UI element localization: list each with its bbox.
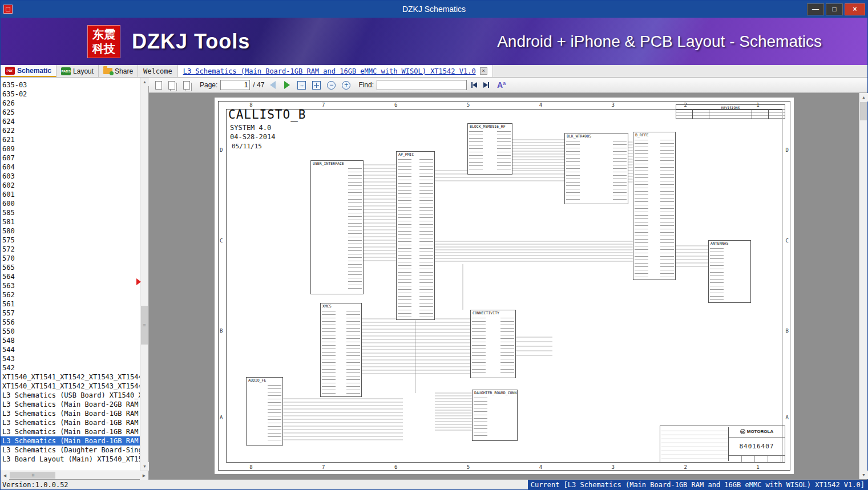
list-item[interactable]: 585 xyxy=(1,208,140,217)
block-daughter-board-conn: DAUGHTER_BOARD_CONN xyxy=(472,390,518,441)
viewer-vscroll-thumb[interactable] xyxy=(860,102,867,120)
facing-pages-icon[interactable] xyxy=(168,81,175,90)
list-item[interactable]: 548 xyxy=(1,336,140,345)
list-item[interactable]: 561 xyxy=(1,299,140,309)
zoom-out-icon[interactable]: − xyxy=(327,81,336,90)
list-item[interactable]: 602 xyxy=(1,181,140,190)
list-item[interactable]: 621 xyxy=(1,135,140,144)
sidebar-vscroll-thumb[interactable]: ≡ xyxy=(141,306,148,345)
previous-page-icon[interactable] xyxy=(270,81,276,89)
find-input[interactable] xyxy=(377,80,467,90)
list-item[interactable]: 601 xyxy=(1,190,140,199)
list-item[interactable]: 543 xyxy=(1,354,140,363)
list-item[interactable]: L3 Schematics (Main Board-1GB RAM and xyxy=(1,409,140,418)
block-rffe: B_RFFE xyxy=(633,132,676,280)
list-item[interactable]: L3 Schematics (Daughter Board-Single S xyxy=(1,446,140,455)
scroll-up-icon[interactable]: ▲ xyxy=(140,78,149,86)
list-item[interactable]: 550 xyxy=(1,327,140,336)
tab-schematic[interactable]: PDF Schematic xyxy=(1,65,56,77)
list-item[interactable]: 603 xyxy=(1,172,140,181)
list-item[interactable]: 544 xyxy=(1,345,140,354)
list-item[interactable]: XT1540_XT1541_XT1542_XT1543_XT1544_XT1 xyxy=(1,382,140,391)
tab-welcome[interactable]: Welcome xyxy=(138,65,178,77)
list-item[interactable]: L3 Schematics (Main Board-1GB RAM and xyxy=(1,418,140,427)
find-previous-icon[interactable] xyxy=(471,82,477,88)
list-item-selected[interactable]: L3 Schematics (Main Board-1GB RAM and xyxy=(1,436,140,446)
next-page-icon[interactable] xyxy=(284,81,290,89)
list-item[interactable]: 557 xyxy=(1,309,140,318)
find-label: Find: xyxy=(358,81,374,89)
viewer-vertical-scrollbar[interactable]: ▲ ▼ xyxy=(859,93,867,479)
list-item[interactable]: 609 xyxy=(1,144,140,153)
block-user-interface: USER_INTERFACE xyxy=(310,160,364,294)
list-item[interactable]: L3 Schematics (Main Board-1GB RAM and xyxy=(1,427,140,436)
page-total: / 47 xyxy=(253,81,264,89)
close-button[interactable]: × xyxy=(845,3,865,15)
sidebar-horizontal-scrollbar[interactable]: ◀ ≡ ▶ xyxy=(1,471,148,479)
list-item[interactable]: 556 xyxy=(1,318,140,327)
pads-icon: PADS xyxy=(61,67,71,75)
logo-text-line1: 东震 xyxy=(87,27,120,42)
sidebar-vertical-scrollbar[interactable]: ▲ ≡ ▼ xyxy=(140,78,148,471)
list-item[interactable]: 607 xyxy=(1,153,140,163)
list-item[interactable]: 635-02 xyxy=(1,90,140,99)
scroll-up-icon[interactable]: ▲ xyxy=(859,93,868,102)
scroll-right-icon[interactable]: ▶ xyxy=(140,471,148,480)
list-item[interactable]: 575 xyxy=(1,236,140,245)
minimize-button[interactable]: — xyxy=(807,3,824,15)
schematic-page: 8 7 6 5 4 3 2 1 8 7 6 5 4 3 xyxy=(215,98,794,474)
continuous-pages-icon[interactable] xyxy=(183,81,190,90)
list-item[interactable]: 635-03 xyxy=(1,80,140,90)
pdf-icon: PDF xyxy=(5,67,15,75)
block-xmcs: XMCS xyxy=(320,303,362,397)
list-item[interactable]: 625 xyxy=(1,108,140,117)
list-item[interactable]: 565 xyxy=(1,263,140,272)
zoom-in-icon[interactable]: + xyxy=(342,81,350,90)
title-block-info-rows xyxy=(661,427,729,461)
find-next-icon[interactable] xyxy=(483,82,489,88)
list-item[interactable]: 624 xyxy=(1,117,140,126)
revisions-title: REVISIONS xyxy=(676,105,785,110)
list-item[interactable]: L3 Schematics (Main Board-2GB RAM and xyxy=(1,400,140,409)
share-folder-icon xyxy=(103,68,112,74)
list-item[interactable]: L3 Board Layout (Main) XT1540_XT1541_X xyxy=(1,455,140,464)
list-item[interactable]: 600 xyxy=(1,199,140,208)
list-item[interactable]: 564 xyxy=(1,272,140,281)
list-item[interactable]: 580 xyxy=(1,226,140,236)
sheet-title: CALLISTO_B xyxy=(228,108,306,122)
list-item[interactable]: 572 xyxy=(1,245,140,254)
list-item[interactable]: 604 xyxy=(1,163,140,172)
maximize-button[interactable]: □ xyxy=(826,3,843,15)
tab-share[interactable]: Share xyxy=(99,65,138,77)
list-item[interactable]: 570 xyxy=(1,254,140,263)
list-item[interactable]: 562 xyxy=(1,290,140,299)
list-item[interactable]: L3 Schematics (USB Board) XT1540_XT154 xyxy=(1,391,140,400)
logo-text-line2: 科技 xyxy=(87,42,120,56)
company-name: MOTOROLA xyxy=(747,429,774,434)
sidebar-hscroll-thumb[interactable]: ≡ xyxy=(10,472,55,479)
font-size-icon[interactable]: Aa xyxy=(497,80,506,90)
fit-page-icon[interactable] xyxy=(312,81,321,90)
list-item[interactable]: XT1540_XT1541_XT1542_XT1543_XT1544_XT1 xyxy=(1,372,140,382)
sheet-rev-date: 04-S28-2014 xyxy=(230,133,275,141)
list-item[interactable]: 622 xyxy=(1,126,140,135)
tab-close-icon[interactable]: × xyxy=(480,67,487,75)
scroll-down-icon[interactable]: ▼ xyxy=(140,462,149,471)
list-item[interactable]: 626 xyxy=(1,99,140,108)
motorola-logo: MMOTOROLA xyxy=(729,426,785,438)
block-ap-pmic: AP_PMIC xyxy=(396,151,435,320)
schematic-viewer[interactable]: 8 7 6 5 4 3 2 1 8 7 6 5 4 3 xyxy=(149,93,859,479)
list-item[interactable]: 542 xyxy=(1,363,140,372)
fit-width-icon[interactable]: ↔ xyxy=(297,81,306,90)
list-item[interactable]: 563 xyxy=(1,281,140,290)
scroll-left-icon[interactable]: ◀ xyxy=(1,471,9,480)
single-page-icon[interactable] xyxy=(155,81,162,90)
app-window: DZKJ Schematics — □ × 东震 科技 DZKJ Tools A… xyxy=(0,0,868,490)
tab-document[interactable]: L3 Schematics (Main Board-1GB RAM and 16… xyxy=(178,65,493,77)
tab-layout[interactable]: PADS Layout xyxy=(56,65,99,77)
block-wtr4905: BLK_WTR4905 xyxy=(564,133,628,204)
list-item[interactable]: 581 xyxy=(1,217,140,226)
scroll-down-icon[interactable]: ▼ xyxy=(859,471,868,479)
page-number-input[interactable] xyxy=(220,80,250,90)
current-document-label: Current [L3 Schematics (Main Board-1GB R… xyxy=(528,480,867,489)
